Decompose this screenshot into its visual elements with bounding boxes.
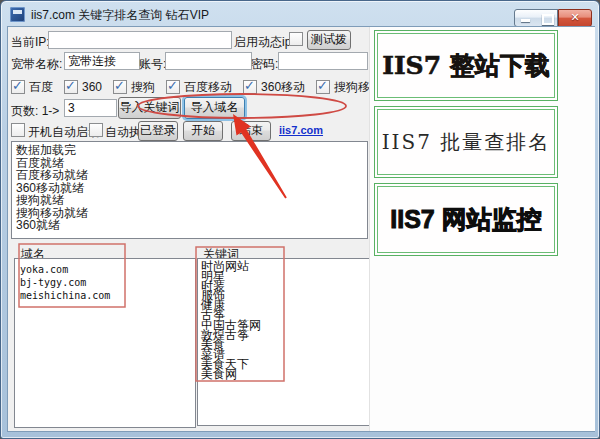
close-icon: ✕ [559,11,591,24]
dynamic-ip-label: 启用动态ip: [234,34,295,51]
engine-option[interactable]: 搜狗 [113,79,155,96]
minimize-button[interactable] [514,9,538,27]
stop-button[interactable]: 结束 [231,121,271,141]
password-label: 密码: [251,56,278,73]
account-field[interactable] [165,52,252,70]
domain-item[interactable]: bj-tygy.com [20,276,190,289]
banner-link[interactable]: IIS7 整站下载 [374,30,558,101]
pages-field[interactable]: 3 [64,99,117,117]
keyword-item[interactable]: 美食 [201,340,373,350]
status-line: 数据加载完 [16,144,363,157]
engine-checkbox[interactable] [243,80,257,94]
domain-item[interactable]: yoka.com [20,263,190,276]
status-line: 搜狗就绪 [16,194,363,207]
logged-in-button[interactable]: 已登录 [138,121,178,141]
current-ip-label: 当前IP: [11,34,50,51]
ad-panel: IIS7 整站下载IIS7 批量查排名IIS7 网站监控 [369,27,595,431]
client-area: 当前IP: 启用动态ip: 测试拨 宽带名称: 宽带连接 账号: 密码: 百度 … [8,27,594,431]
engine-option[interactable]: 360移动 [243,79,305,96]
banner-link[interactable]: IIS7 批量查排名 [374,106,558,178]
keyword-item[interactable]: 明星 [201,272,373,282]
engine-checkbox[interactable] [11,80,25,94]
test-dial-button[interactable]: 测试拨 [307,30,351,50]
engine-checkbox[interactable] [113,80,127,94]
close-button[interactable]: ✕ [558,9,592,27]
keyword-item[interactable]: 时尚网站 [201,262,373,272]
engine-option[interactable]: 360 [64,80,102,94]
keyword-item[interactable]: 时装 [201,282,373,292]
import-domains-button[interactable]: 导入域名 [184,97,245,119]
domain-item[interactable]: meishichina.com [20,289,190,302]
engine-label: 搜狗 [131,79,155,96]
engine-checkbox[interactable] [316,80,330,94]
maximize-button[interactable] [537,9,558,27]
keyword-item[interactable]: 敦煌古筝 [201,331,373,341]
autorun-checkbox[interactable] [89,123,103,137]
domain-list[interactable]: yoka.combj-tygy.commeishichina.com [14,258,196,428]
engine-checkbox[interactable] [64,80,78,94]
keyword-item[interactable]: 健康 [201,301,373,311]
status-line: 搜狗移动就绪 [16,207,363,220]
banner-link[interactable]: IIS7 网站监控 [374,183,558,256]
engine-label: 百度移动 [184,79,232,96]
status-log[interactable]: 数据加载完百度就绪百度移动就绪360移动就绪搜狗就绪搜狗移动就绪360就绪 [11,141,368,239]
minimize-icon [521,19,530,22]
autostart-checkbox[interactable] [11,123,25,137]
account-label: 账号: [139,56,166,73]
site-link[interactable]: iis7.com [279,124,323,136]
engine-checkbox-row: 百度 360 搜狗 百度移动 3 [11,79,382,95]
app-icon [10,7,25,22]
status-line: 360移动就绪 [16,182,363,195]
pages-label: 页数: 1-> [11,103,59,120]
keyword-list[interactable]: 时尚网站明星时装服饰健康古筝中国古筝网敦煌古筝美食菜谱美食天下美食网 [197,258,377,426]
window-title: iis7.com 关键字排名查询 钻石VIP [31,7,209,24]
current-ip-field[interactable] [48,31,232,49]
engine-checkbox[interactable] [166,80,180,94]
engine-label: 360 [82,80,102,94]
keyword-item[interactable]: 服饰 [201,291,373,301]
engine-option[interactable]: 百度 [11,79,53,96]
engine-label: 360移动 [261,79,305,96]
password-field[interactable] [278,52,368,70]
engine-option[interactable]: 百度移动 [166,79,232,96]
status-line: 360就绪 [16,219,363,232]
import-keywords-button[interactable]: 导入关键词 [118,97,181,119]
broadband-label: 宽带名称: [11,56,62,73]
maximize-icon [542,14,554,25]
title-bar: iis7.com 关键字排名查询 钻石VIP ✕ [1,1,599,27]
engine-label: 百度 [29,79,53,96]
status-line: 百度移动就绪 [16,169,363,182]
keyword-item[interactable]: 美食网 [201,370,373,380]
dynamic-ip-checkbox[interactable] [289,32,303,46]
start-button[interactable]: 开始 [183,121,223,141]
app-window: iis7.com 关键字排名查询 钻石VIP ✕ 当前IP: 启用动态ip: 测… [0,0,600,439]
broadband-field[interactable]: 宽带连接 [64,52,140,70]
